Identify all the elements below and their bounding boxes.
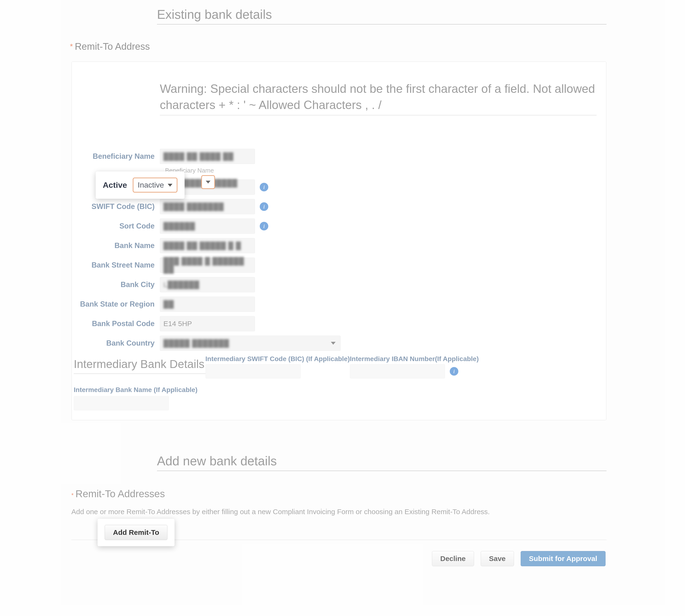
- input-bank-street[interactable]: ███ ████ █ ██████ ██: [160, 258, 255, 273]
- label-bank-city: Bank City: [72, 280, 160, 289]
- input-bank-postal[interactable]: E14 5HP: [160, 316, 255, 331]
- page-root: Existing bank details * Remit-To Address…: [0, 0, 685, 616]
- add-remit-to-popover: Add Remit-To: [97, 519, 175, 546]
- required-asterisk: *: [71, 492, 73, 499]
- input-intermediary-iban[interactable]: [350, 364, 445, 378]
- add-remit-to-button[interactable]: Add Remit-To: [105, 525, 167, 540]
- active-status-popover: Active Inactive: [96, 171, 185, 199]
- label-bank-country: Bank Country: [72, 339, 160, 348]
- remit-to-help-text: Add one or more Remit-To Addresses by ei…: [71, 508, 607, 540]
- active-status-selected: Inactive: [138, 181, 164, 190]
- input-intermediary-swift[interactable]: [206, 364, 301, 378]
- input-beneficiary-name[interactable]: ████ ██ ████ ██: [160, 149, 255, 164]
- input-sort-code[interactable]: ██████: [160, 219, 255, 234]
- intermediary-swift-col: Intermediary SWIFT Code (BIC) (If Applic…: [206, 355, 350, 378]
- info-icon[interactable]: i: [260, 222, 268, 230]
- chevron-down-icon: [331, 342, 336, 345]
- label-intermediary-name: Intermediary Bank Name (If Applicable): [74, 386, 606, 394]
- label-intermediary-iban: Intermediary IBAN Number(If Applicable): [350, 355, 479, 363]
- add-new-bank-details-heading: Add new bank details: [157, 454, 607, 471]
- row-bank-street: Bank Street Name ███ ████ █ ██████ ██: [72, 258, 606, 273]
- row-beneficiary-name: Beneficiary Name ████ ██ ████ ██: [72, 149, 606, 164]
- chevron-down-icon: [168, 184, 173, 186]
- label-beneficiary-name: Beneficiary Name: [72, 152, 160, 161]
- label-intermediary-swift: Intermediary SWIFT Code (BIC) (If Applic…: [206, 355, 350, 363]
- row-bank-country: Bank Country █████ ███████: [72, 336, 606, 351]
- content-column: Existing bank details * Remit-To Address…: [71, 7, 607, 566]
- row-bank-postal: Bank Postal Code E14 5HP: [72, 316, 606, 331]
- chevron-down-icon: [206, 181, 210, 183]
- bank-details-card: Warning: Special characters should not b…: [71, 61, 607, 420]
- input-bank-state[interactable]: ██: [160, 296, 255, 312]
- label-bank-name: Bank Name: [72, 241, 160, 250]
- remit-to-address-label: Remit-To Address: [75, 41, 150, 52]
- remit-to-address-label-row: * Remit-To Address: [70, 41, 607, 52]
- active-status-select[interactable]: Inactive: [133, 178, 178, 193]
- existing-bank-details-heading: Existing bank details: [157, 7, 607, 24]
- label-sort-code: Sort Code: [72, 222, 160, 230]
- info-icon[interactable]: i: [260, 183, 268, 191]
- info-icon[interactable]: i: [450, 367, 458, 376]
- active-status-label: Active: [103, 180, 127, 190]
- sublabel-beneficiary-name: Beneficiary Name: [165, 167, 606, 174]
- input-intermediary-name[interactable]: [74, 396, 169, 410]
- row-swift: SWIFT Code (BIC) ████ ███████ i: [72, 199, 606, 214]
- save-button[interactable]: Save: [481, 551, 514, 566]
- row-bank-state: Bank State or Region ██: [72, 296, 606, 312]
- required-asterisk: *: [70, 42, 73, 51]
- input-swift[interactable]: ████ ███████: [160, 199, 255, 214]
- label-bank-state: Bank State or Region: [72, 300, 160, 308]
- intermediary-heading: Intermediary Bank Details: [74, 355, 206, 374]
- intermediary-row: Intermediary Bank Details Intermediary S…: [72, 355, 606, 378]
- warning-text: Warning: Special characters should not b…: [160, 81, 596, 113]
- warning-container: Warning: Special characters should not b…: [160, 81, 596, 115]
- remit-to-addresses-label-row: * Remit-To Addresses: [71, 488, 607, 500]
- intermediary-name-block: Intermediary Bank Name (If Applicable): [74, 386, 606, 410]
- input-bank-city[interactable]: L██████: [160, 277, 255, 292]
- label-bank-street: Bank Street Name: [72, 261, 160, 269]
- label-swift: SWIFT Code (BIC): [72, 202, 160, 211]
- row-sort-code: Sort Code ██████ i: [72, 219, 606, 234]
- row-bank-name: Bank Name ████ ██ █████ █ █: [72, 238, 606, 253]
- row-bank-city: Bank City L██████: [72, 277, 606, 292]
- label-bank-postal: Bank Postal Code: [72, 320, 160, 328]
- select-bank-country[interactable]: █████ ███████: [160, 336, 341, 351]
- intermediary-iban-col: Intermediary IBAN Number(If Applicable) …: [350, 355, 479, 378]
- secondary-orange-dropdown[interactable]: [201, 175, 215, 189]
- remit-to-addresses-label: Remit-To Addresses: [75, 488, 165, 500]
- info-icon[interactable]: i: [260, 202, 268, 211]
- footer-actions: Decline Save Submit for Approval: [71, 551, 607, 566]
- input-bank-name[interactable]: ████ ██ █████ █ █: [160, 238, 255, 253]
- submit-for-approval-button[interactable]: Submit for Approval: [521, 551, 606, 566]
- decline-button[interactable]: Decline: [432, 551, 474, 566]
